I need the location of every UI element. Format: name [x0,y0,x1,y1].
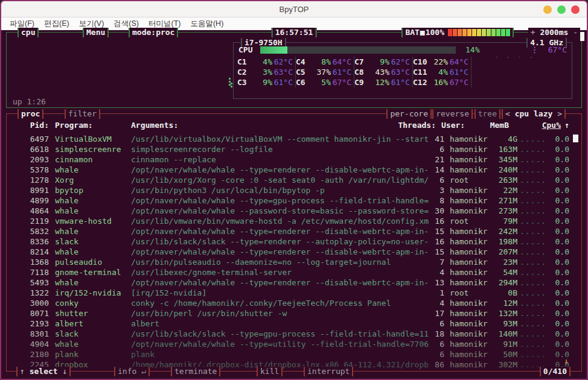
filter-button[interactable]: filter [65,109,100,119]
mem-graph-cell: ..... [517,195,549,206]
mem-cell: 22M [493,185,517,195]
cpu-percent-cell: 0.0 [549,134,569,144]
maximize-button[interactable] [557,5,566,14]
process-row[interactable]: 8991 bpytop /usr/bin/python3 /usr/local/… [7,185,581,195]
pid-cell: 2093 [11,154,49,165]
threads-cell: 15 [429,226,444,236]
process-row[interactable]: 1368 pulseaudio /usr/bin/pulseaudio --da… [7,257,581,267]
pid-cell: 1368 [11,257,49,267]
battery-icon: ■ [420,28,425,37]
process-row[interactable]: 5493 whale /opt/naver/whale/whale --type… [7,277,581,288]
window-title: BpyTOP [1,5,587,14]
program-cell: slack [55,329,129,339]
interval-decrease-button[interactable]: - [573,28,578,37]
process-row[interactable]: 3000 conky conky -c /home/hamonikr/.conk… [7,298,581,308]
proc-table-header: Pid: Program: Arguments: Threads: User: … [7,120,581,130]
interrupt-button[interactable]: interrupt [304,367,353,376]
process-list: 6497 VirtualBoxVM /usr/lib/virtualbox/Vi… [7,134,581,370]
core-percent: 5% [314,77,331,87]
menu-help[interactable]: 도움말(H) [185,17,228,30]
process-row[interactable]: 2193 albert albert 6 hamonikr 93M ..... … [7,318,581,329]
process-row[interactable]: 4899 whale /opt/naver/whale/whale --type… [7,195,581,206]
user-cell: hamonikr [450,206,493,216]
arguments-cell: cinnamon --replace [131,154,429,165]
minimize-button[interactable] [543,5,552,14]
kill-button[interactable]: kill [257,367,283,376]
terminal-content: cpu Menu mode:proc 16:57:51 BAT■100% + 2… [1,30,587,379]
process-row[interactable]: 8071 shutter /usr/bin/perl /usr/bin/shut… [7,308,581,318]
battery-gradient-block [472,29,476,36]
program-cell: whale [55,247,129,257]
interval-increase-button[interactable]: + [531,28,535,37]
process-row[interactable]: 4864 whale /opt/naver/whale/whale --pass… [7,206,581,216]
mem-graph-cell: ..... [517,216,549,226]
process-row[interactable]: 2245 dropbox /home/hamonikr/.dropbox-dis… [7,359,581,370]
core-name: C4 [296,57,314,67]
cpu-inner-panel: i7-9750H 4.1 GHz CPU 14% . . . . ⋮ 67°C … [233,42,572,99]
mem-cell: 12M [493,298,517,308]
threads-cell: 6 [429,339,444,349]
process-row[interactable]: 1278 Xorg /usr/lib/xorg/Xorg -core :0 -s… [7,175,581,185]
up-arrow-icon[interactable]: ↑ [20,367,25,376]
per-core-toggle[interactable]: per-core [386,109,432,119]
threads-cell: 14 [429,165,444,175]
info-button[interactable]: info ↵ [114,367,150,376]
mem-cell: 4G [493,134,517,144]
program-cell: whale [55,195,129,206]
mem-graph-cell: ..... [517,318,549,329]
threads-cell: 6 [429,349,444,359]
process-scrollbar[interactable] [573,135,578,142]
cpu-box: cpu Menu mode:proc 16:57:51 BAT■100% + 2… [6,32,582,108]
cpu-total-percent: 14% [465,45,479,55]
menu-edit[interactable]: 편집(E) [39,17,74,30]
battery-gradient-block [482,29,486,36]
close-button[interactable] [571,5,580,14]
program-cell: slack [55,236,129,247]
refresh-interval: + 2000ms - [528,28,580,37]
core-percent: 37% [314,67,331,77]
tree-toggle[interactable]: tree [475,109,500,119]
mode-indicator[interactable]: mode:proc [129,28,178,37]
header-cpu-sort[interactable]: Cpu% [540,120,561,130]
process-row[interactable]: 5378 whale /opt/naver/whale/whale --type… [7,165,581,175]
process-row[interactable]: 2180 plank plank 6 hamonikr 50M ..... 0.… [7,349,581,359]
process-row[interactable]: 1322 irq/152-nvidia [irq/152-nvidia] 1 r… [7,288,581,298]
sort-direction-icon[interactable]: ↑ [561,120,569,130]
threads-cell: 8 [429,195,444,206]
process-row[interactable]: 5832 whale /opt/naver/whale/whale --type… [7,226,581,236]
arguments-cell: /opt/naver/whale/whale --type=renderer -… [131,226,429,236]
core-row: C1 4% 62°C C4 8% 64°C C7 9% 62°C C10 22%… [237,57,572,67]
process-row[interactable]: 2119 vmware-hostd /usr/lib/vmware/bin/vm… [7,216,581,226]
mem-graph-cell: ..... [517,308,549,318]
process-row[interactable]: 4904 whale /opt/naver/whale/whale --type… [7,339,581,349]
threads-cell: 30 [429,206,444,216]
header-memb: MemB [485,120,509,130]
process-row[interactable]: 8214 whale /opt/naver/whale/whale --type… [7,247,581,257]
reverse-toggle[interactable]: reverse [432,109,473,119]
sort-prev-button[interactable]: < [505,109,510,118]
process-row[interactable]: 7118 gnome-terminal /usr/libexec/gnome-t… [7,267,581,277]
process-row[interactable]: 6618 simplescreenre simplescreenrecorder… [7,144,581,154]
cpu-total-temp: 67°C [548,45,567,55]
mem-graph-cell: ..... [517,267,549,277]
process-row[interactable]: 6497 VirtualBoxVM /usr/lib/virtualbox/Vi… [7,134,581,144]
cpu-total-bar [260,46,456,54]
program-cell: whale [55,339,129,349]
menu-button[interactable]: Menu [83,28,109,37]
select-control[interactable]: ↑ select ↓ [16,367,71,376]
down-arrow-icon[interactable]: ↓ [62,367,67,376]
sort-current: cpu lazy [515,109,553,118]
process-row[interactable]: 8301 slack /usr/lib/slack/slack --type=g… [7,329,581,339]
core-name: C3 [237,77,255,87]
cpu-percent-cell: 0.0 [549,277,569,288]
battery-gradient-bar [448,29,510,36]
mem-graph-cell: ..... [517,288,549,298]
scroll-down-icon[interactable]: ↓ [564,356,569,366]
process-row[interactable]: 8336 slack /usr/lib/slack/slack --type=r… [7,236,581,247]
terminate-button[interactable]: terminate [171,367,220,376]
sort-next-button[interactable]: > [557,109,562,118]
arguments-cell: /opt/naver/whale/whale --password-store=… [131,206,429,216]
mem-cell: 91M [493,339,517,349]
arguments-cell: /opt/naver/whale/whale --type=gpu-proces… [131,195,429,206]
process-row[interactable]: 2093 cinnamon cinnamon --replace 21 hamo… [7,154,581,165]
